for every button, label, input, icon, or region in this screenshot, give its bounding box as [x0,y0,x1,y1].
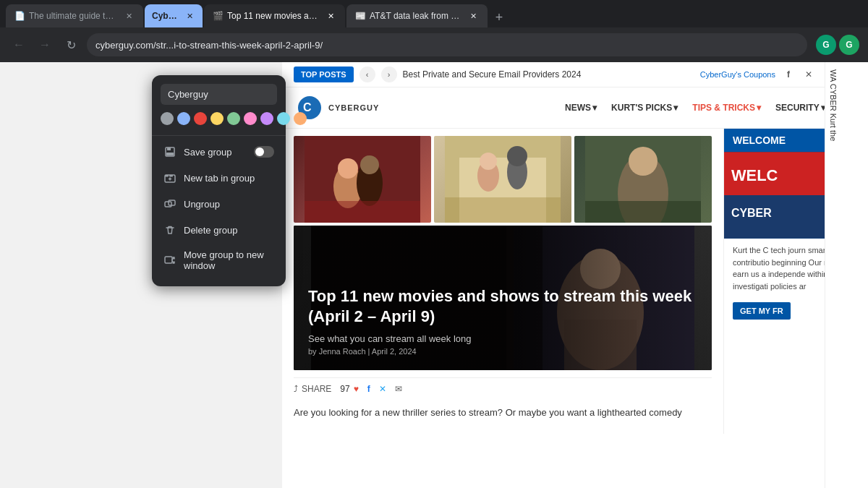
tab-group-popup: Save group New tab in group Ungroup [152,75,286,286]
next-post-arrow[interactable]: › [381,67,397,82]
color-palette [152,112,286,132]
image-grid [294,136,712,223]
tab-1-favicon: 📄 [14,11,25,21]
color-green[interactable] [227,112,240,125]
tab-4[interactable]: 📰 AT&T data leak from 73 million ✕ [346,4,488,27]
email-share-button[interactable]: ✉ [395,384,402,394]
facebook-icon[interactable]: f [781,67,796,82]
popup-divider-1 [152,135,286,136]
svg-rect-25 [445,197,561,223]
nav-tips-tricks[interactable]: TIPS & TRICKS ▾ [686,98,767,117]
ungroup-item[interactable]: Ungroup [152,191,286,217]
coupons-link[interactable]: CyberGuy's Coupons [700,70,775,79]
tab-2-title: Cyberguy [152,11,179,21]
tab-4-favicon: 📰 [355,11,365,21]
top-posts-button[interactable]: TOP POSTS [294,67,354,82]
color-orange[interactable] [294,112,307,125]
toggle-knob [255,147,264,156]
color-grey[interactable] [161,112,174,125]
new-tab-in-group-label: New tab in group [184,173,255,184]
new-tab-in-group-icon [163,171,176,184]
like-button[interactable]: 97 ♥ [340,384,358,394]
svg-point-16 [338,158,358,179]
article-excerpt: Are you looking for a new thriller serie… [294,400,712,427]
color-blue[interactable] [177,112,190,125]
share-bar: ⤴ SHARE 97 ♥ f ✕ ✉ [294,377,712,400]
nav-news[interactable]: NEWS ▾ [559,98,603,117]
svg-rect-5 [169,175,173,177]
logo-text: CYBERGUY [328,103,379,112]
tab-4-close[interactable]: ✕ [467,10,479,22]
facebook-share-icon: f [367,384,370,394]
url-text: cyberguy.com/str...i-to-stream-this-week… [95,40,799,51]
website-content: TOP POSTS ‹ › Best Private and Secure Em… [282,62,868,488]
color-pink[interactable] [244,112,257,125]
svg-point-28 [629,147,658,176]
tab-2-close[interactable]: ✕ [184,10,195,22]
tab-3-close[interactable]: ✕ [325,10,336,22]
top-bar: TOP POSTS ‹ › Best Private and Secure Em… [282,62,868,87]
tab-1-close[interactable]: ✕ [123,10,135,22]
svg-text:WELC: WELC [731,166,778,184]
share-icon[interactable]: ⤴ SHARE [294,384,331,394]
svg-rect-4 [165,175,169,177]
save-group-item[interactable]: Save group [152,139,286,165]
tab-bar: 📄 The ultimate guide to viewing ✕ Cyberg… [0,0,868,27]
tab-4-title: AT&T data leak from 73 million [370,11,463,21]
save-group-toggle[interactable] [254,146,274,158]
delete-group-item[interactable]: Delete group [152,217,286,243]
color-yellow[interactable] [210,112,224,125]
partial-sidebar-text: WA CYBER Kurt the [825,62,841,148]
prev-post-arrow[interactable]: ‹ [359,67,375,82]
facebook-share-button[interactable]: f [367,384,370,394]
email-share-icon: ✉ [395,384,402,394]
ungroup-icon [163,197,176,210]
save-group-icon [163,145,176,158]
twitter-share-icon: ✕ [379,384,386,394]
site-header: C CYBERGUY NEWS ▾ KURT'S PICKS ▾ TIPS & … [282,87,868,129]
nav-security[interactable]: SECURITY ▾ [770,98,831,117]
ext-icon-1[interactable]: G [816,35,836,55]
svg-point-24 [507,146,527,166]
far-right-partial: WA CYBER Kurt the [825,62,868,488]
svg-text:C: C [303,101,312,114]
hero-article: Top 11 new movies and shows to stream th… [294,226,712,370]
share-icon-svg: ⤴ [294,384,298,394]
tab-2-grouped[interactable]: Cyberguy ✕ [145,4,203,27]
svg-rect-1 [167,147,171,150]
refresh-button[interactable]: ↻ [61,35,81,55]
get-free-button[interactable]: GET MY FR [733,302,791,320]
svg-text:CYBER: CYBER [731,207,772,219]
browser-chrome: 📄 The ultimate guide to viewing ✕ Cyberg… [0,0,868,62]
nav-kurts-picks[interactable]: KURT'S PICKS ▾ [605,98,684,117]
twitter-x-icon[interactable]: ✕ [801,67,816,82]
hero-image: Top 11 new movies and shows to stream th… [294,226,712,370]
forward-button[interactable]: → [35,35,55,55]
group-name-input[interactable] [161,84,277,105]
tab-3-favicon: 🎬 [213,11,223,21]
new-tab-button[interactable]: + [489,7,509,27]
content-area: Top 11 new movies and shows to stream th… [282,129,868,434]
grid-img-1 [294,136,431,223]
svg-rect-18 [305,201,420,223]
back-button[interactable]: ← [9,35,29,55]
share-label: SHARE [302,384,331,394]
site-logo[interactable]: C CYBERGUY [297,95,379,121]
save-group-label: Save group [184,147,232,158]
tab-1-title: The ultimate guide to viewing [29,11,119,21]
color-cyan[interactable] [277,112,290,125]
new-tab-in-group-item[interactable]: New tab in group [152,165,286,191]
color-red[interactable] [194,112,207,125]
grid-img-2 [434,136,571,223]
color-purple[interactable] [260,112,273,125]
tab-3[interactable]: 🎬 Top 11 new movies and shows ✕ [204,4,345,27]
twitter-share-button[interactable]: ✕ [379,384,386,394]
move-group-item[interactable]: Move group to new window [152,243,286,278]
url-bar[interactable]: cyberguy.com/str...i-to-stream-this-week… [87,33,807,56]
ext-icon-2[interactable]: G [839,35,859,55]
move-group-label: Move group to new window [184,249,274,271]
tab-1[interactable]: 📄 The ultimate guide to viewing ✕ [6,4,143,27]
main-content: Top 11 new movies and shows to stream th… [282,129,723,434]
svg-point-23 [480,153,497,170]
hero-byline: by Jenna Roach | April 2, 2024 [308,347,697,356]
